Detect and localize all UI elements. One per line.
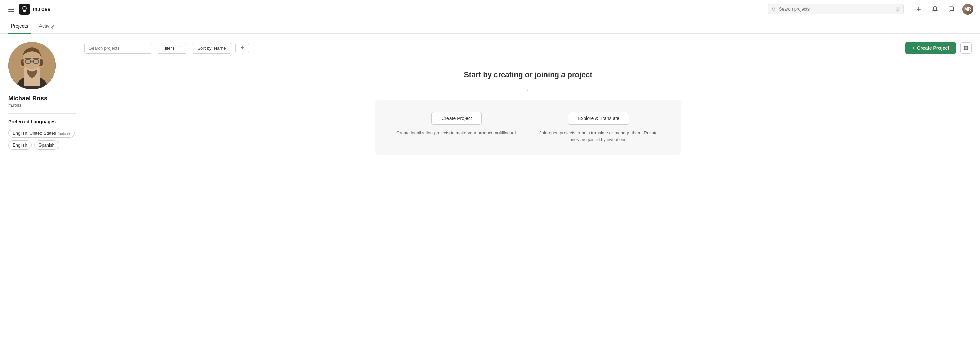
- empty-state-title: Start by creating or joining a project: [84, 70, 972, 79]
- sidebar-divider: [8, 113, 76, 114]
- user-handle: m.ross: [8, 103, 76, 108]
- topnav-search-area: /: [768, 4, 904, 14]
- user-avatar[interactable]: MR: [962, 4, 973, 14]
- svg-rect-15: [964, 48, 966, 50]
- svg-point-5: [21, 63, 26, 67]
- other-languages-row: English Spanish: [8, 140, 76, 149]
- create-project-button[interactable]: + Create Project: [905, 42, 956, 54]
- app-name: m.ross: [33, 6, 50, 12]
- svg-point-4: [22, 49, 41, 69]
- grid-toggle-button[interactable]: [960, 42, 972, 54]
- sidebar: Michael Ross m.ross Preferred Languages …: [8, 42, 76, 347]
- spanish-tag: Spanish: [34, 140, 59, 149]
- explore-option: Explore & Translate Join open projects t…: [537, 112, 660, 143]
- user-name: Michael Ross: [8, 95, 76, 102]
- main-layout: Michael Ross m.ross Preferred Languages …: [0, 34, 980, 355]
- svg-point-0: [8, 42, 56, 89]
- logo-icon: [19, 4, 30, 14]
- create-project-empty-button[interactable]: Create Project: [431, 112, 482, 125]
- explore-translate-button[interactable]: Explore & Translate: [568, 112, 629, 125]
- empty-state: Start by creating or joining a project ↓…: [84, 63, 972, 163]
- grid-icon: [963, 45, 969, 51]
- english-tag: English: [8, 140, 32, 149]
- add-button[interactable]: [913, 4, 924, 14]
- explore-option-desc: Join open projects to help translate or …: [537, 130, 660, 143]
- tab-activity[interactable]: Activity: [37, 18, 57, 33]
- content-area: Filters Sort by: Name + Create Project: [84, 42, 972, 347]
- filter-icon: [177, 46, 182, 50]
- logo-svg: [21, 6, 28, 13]
- tabs-bar: Projects Activity: [0, 18, 980, 34]
- sort-button[interactable]: Sort by: Name: [192, 43, 231, 54]
- search-icon: [772, 7, 776, 11]
- messages-button[interactable]: [946, 4, 957, 14]
- svg-point-6: [38, 63, 43, 67]
- native-language-row: English, United States (native): [8, 129, 76, 138]
- topnav: m.ross / MR: [0, 0, 980, 18]
- native-language-tag: English, United States (native): [8, 129, 75, 138]
- topnav-actions: MR: [913, 4, 973, 14]
- svg-rect-3: [24, 67, 40, 86]
- bell-icon: [932, 6, 938, 12]
- profile-avatar: [8, 42, 56, 89]
- sort-direction-button[interactable]: [235, 43, 249, 53]
- avatar-svg: [8, 42, 56, 89]
- avatar-image: [8, 42, 56, 89]
- svg-point-2: [17, 76, 47, 89]
- plus-icon: [916, 6, 922, 12]
- empty-state-card: Create Project Create localization proje…: [375, 100, 681, 155]
- message-icon: [948, 6, 955, 12]
- tab-projects[interactable]: Projects: [8, 18, 31, 33]
- language-tags: English, United States (native) English …: [8, 129, 76, 149]
- notification-button[interactable]: [930, 4, 940, 14]
- content-toolbar: Filters Sort by: Name + Create Project: [84, 42, 972, 54]
- preferred-languages-label: Preferred Languages: [8, 119, 76, 124]
- nav-left: m.ross: [7, 4, 50, 14]
- sort-arrow-icon: [240, 46, 245, 50]
- svg-rect-16: [966, 48, 968, 50]
- topnav-search-input[interactable]: [779, 6, 893, 11]
- create-option: Create Project Create localization proje…: [396, 112, 517, 136]
- avatar-initials: MR: [962, 4, 973, 14]
- search-shortcut: /: [896, 7, 900, 11]
- svg-point-1: [23, 51, 41, 70]
- content-search-input[interactable]: [89, 46, 148, 51]
- svg-rect-13: [964, 46, 966, 48]
- svg-rect-7: [25, 59, 30, 63]
- logo-wrapper: m.ross: [19, 4, 50, 14]
- filters-button[interactable]: Filters: [156, 43, 188, 54]
- create-option-desc: Create localization projects to make you…: [396, 130, 517, 136]
- svg-rect-8: [33, 59, 39, 63]
- svg-rect-14: [966, 46, 968, 48]
- topnav-search-box: /: [768, 4, 904, 14]
- content-search-box: [84, 43, 153, 54]
- empty-state-arrow: ↓: [84, 83, 972, 93]
- hamburger-button[interactable]: [7, 5, 16, 13]
